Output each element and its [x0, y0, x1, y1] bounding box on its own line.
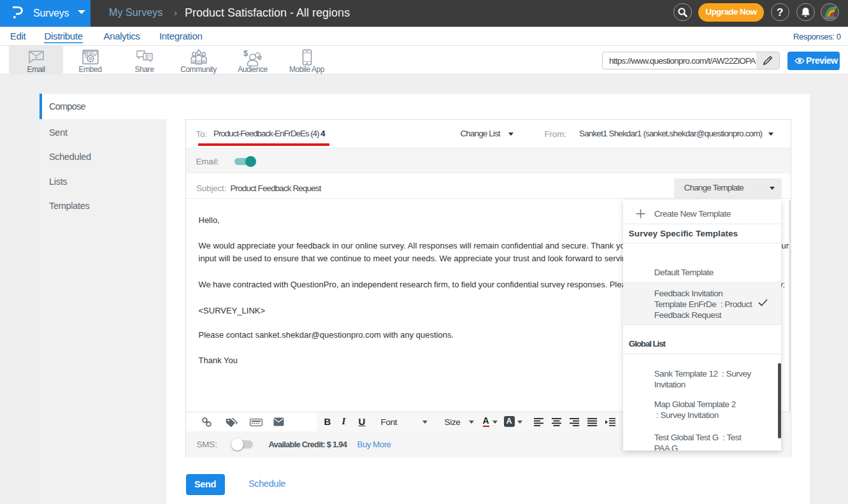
svg-text:$: $: [243, 49, 248, 58]
